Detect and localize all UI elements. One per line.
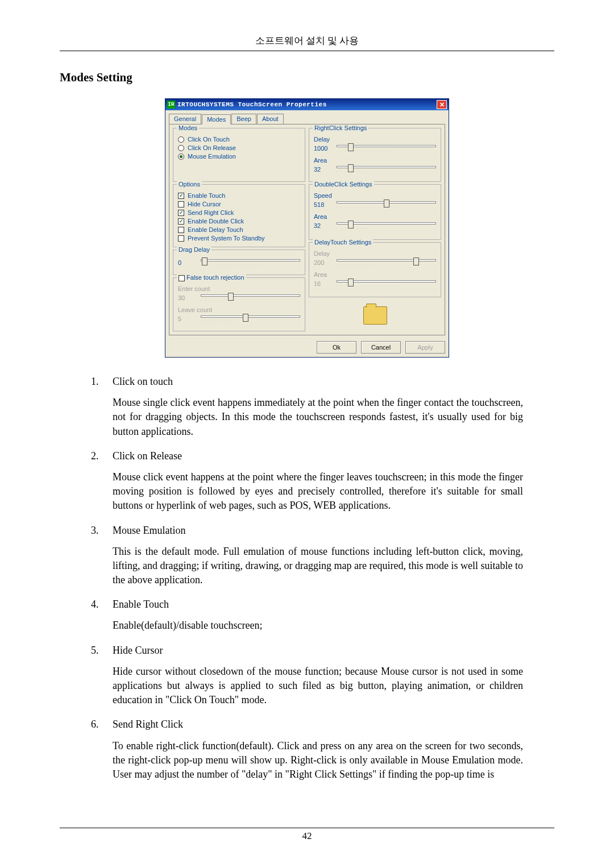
list-title: Hide Cursor [113,643,163,658]
delaytouch-area-value: 16 [314,280,332,287]
list-title: Send Right Click [113,717,183,732]
modes-legend: Modes [177,124,199,131]
falsetouch-legend: False touch rejection [177,274,246,281]
delaytouch-delay-value: 200 [314,259,332,266]
rightclick-delay-value: 1000 [314,145,332,152]
falsetouch-enter-block: Enter count 30 · · · · · · · · · [178,285,300,303]
falsetouch-leave-block: Leave count 5 · · · · · · · · · [178,306,300,324]
checkbox-icon [178,235,184,242]
radio-click-on-release[interactable]: Click On Release [178,144,300,151]
list-number: 4. [91,597,100,612]
radio-click-on-touch[interactable]: Click On Touch [178,136,300,143]
falsetouch-leave-label: Leave count [178,306,300,313]
description-list: 1. Click on touch Mouse single click eve… [91,375,523,782]
close-icon[interactable]: ✕ [437,100,447,109]
list-item: 6. Send Right Click To enable right-clic… [91,717,523,782]
rightclick-delay-label: Delay [314,136,436,143]
rightclick-area-label: Area [314,157,436,164]
page-footer: 42 [60,828,554,842]
falsetouch-group: False touch rejection Enter count 30 · ·… [173,277,305,331]
rightclick-area-slider[interactable]: · · · · · · · · [337,164,436,175]
titlebar: IR IRTOUCHSYSTEMS TouchScreen Properties… [165,99,449,110]
list-title: Enable Touch [113,597,169,612]
delaytouch-area-block: Area 16 · · · · · · · · · · · · · · · [314,271,436,289]
list-body: Mouse click event happens at the point w… [113,470,523,513]
dragdelay-slider[interactable]: · · · · · · · · · · · · · · · · · [201,258,300,268]
doubleclick-speed-block: Speed 518 · · · · · · · · · · · · · · · [314,192,436,210]
checkbox-icon[interactable] [179,275,185,281]
doubleclick-area-value: 32 [314,222,332,229]
list-title: Click on Release [113,449,182,463]
radio-label: Mouse Emulation [188,153,236,160]
list-item: 4. Enable Touch Enable(default)/disable … [91,597,523,633]
delaytouch-delay-block: Delay 200 · · · · · · · · · · [314,250,436,268]
doubleclick-speed-slider[interactable]: · · · · · · · · · · · · · · · [337,200,436,210]
ok-button[interactable]: Ok [317,341,356,354]
delaytouch-area-label: Area [314,271,436,278]
page-number: 42 [60,828,554,842]
doubleclick-legend: DoubleClick Settings [313,181,374,188]
list-number: 3. [91,524,100,538]
list-item: 2. Click on Release Mouse click event ha… [91,449,523,513]
check-prevent-standby[interactable]: Prevent System To Standby [178,235,300,242]
list-number: 6. [91,717,100,732]
cancel-button[interactable]: Cancel [361,341,401,354]
apply-button[interactable]: Apply [405,341,445,354]
check-label: Prevent System To Standby [188,235,265,242]
check-label: Hide Cursor [188,201,221,207]
radio-label: Click On Touch [188,136,230,143]
doubleclick-speed-value: 518 [314,201,332,208]
doubleclick-area-label: Area [314,213,436,220]
properties-dialog: IR IRTOUCHSYSTEMS TouchScreen Properties… [165,98,449,358]
page-header: 소프트웨어 설치 및 사용 [60,34,554,51]
list-body: This is the default mode. Full emulation… [113,545,523,588]
falsetouch-enter-slider: · · · · · · · · · [201,293,300,303]
radio-mouse-emulation[interactable]: Mouse Emulation [178,153,300,160]
list-title: Mouse Emulation [113,524,186,538]
checkbox-icon [178,201,184,207]
check-label: Enable Delay Touch [188,226,243,233]
list-body: Mouse single click event happens immedia… [113,396,523,439]
radio-icon [178,153,184,160]
delaytouch-group: DelayTouch Settings Delay 200 · · · · · … [309,242,441,298]
tab-modes[interactable]: Modes [202,114,231,124]
section-title: Modes Setting [60,70,554,85]
check-enable-touch[interactable]: ✓ Enable Touch [178,192,300,199]
list-body: Hide cursor without closedown of the mou… [113,665,523,708]
doubleclick-group: DoubleClick Settings Speed 518 · · · · ·… [309,184,441,240]
options-legend: Options [177,181,202,188]
dragdelay-group: Drag Delay 0 · · · · · · · · · · · · · ·… [173,250,305,275]
falsetouch-enter-label: Enter count [178,285,300,292]
check-label: Enable Double Click [188,218,244,225]
tab-general[interactable]: General [169,114,201,124]
check-send-right-click[interactable]: ✓ Send Right Click [178,209,300,216]
check-enable-delay-touch[interactable]: Enable Delay Touch [178,226,300,233]
rightclick-area-value: 32 [314,166,332,173]
check-enable-double-click[interactable]: ✓ Enable Double Click [178,218,300,225]
list-item: 3. Mouse Emulation This is the default m… [91,524,523,588]
tab-beep[interactable]: Beep [231,114,256,124]
checkbox-icon [178,227,184,233]
check-label: Enable Touch [188,192,225,199]
rightclick-delay-block: Delay 1000 · · · · · · · · · · · · · [314,136,436,153]
list-title: Click on touch [113,375,173,389]
tab-about[interactable]: About [257,114,284,124]
rightclick-delay-slider[interactable]: · · · · · · · · · · · · · [337,143,436,153]
dragdelay-block: 0 · · · · · · · · · · · · · · · · · [178,258,300,268]
check-label: Send Right Click [188,209,234,216]
doubleclick-speed-label: Speed [314,192,436,199]
delaytouch-area-slider: · · · · · · · · · · · · · · · [337,279,436,289]
app-icon: IR [167,101,175,109]
rightclick-legend: RightClick Settings [313,124,368,131]
radio-icon [178,145,184,151]
list-number: 5. [91,643,100,658]
check-hide-cursor[interactable]: Hide Cursor [178,201,300,207]
list-number: 2. [91,449,100,463]
dialog-buttons: Ok Cancel Apply [165,339,449,357]
rightclick-area-block: Area 32 · · · · · · · · [314,157,436,175]
tab-strip: General Modes Beep About [169,114,445,124]
falsetouch-leave-value: 5 [178,315,196,322]
doubleclick-area-slider[interactable]: · · · · · · · · [337,221,436,231]
dragdelay-value: 0 [178,259,196,266]
list-body: To enable right-click function(default).… [113,739,523,782]
